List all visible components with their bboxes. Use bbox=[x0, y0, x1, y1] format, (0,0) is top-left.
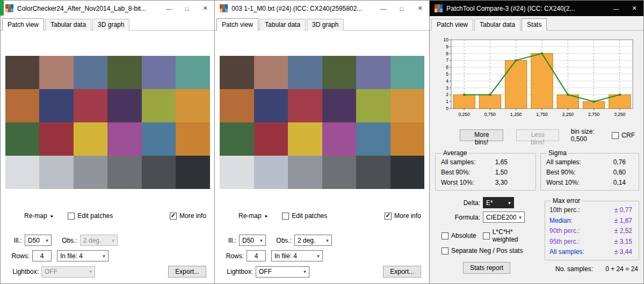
tab-patch-view[interactable]: Patch view bbox=[431, 19, 473, 31]
edit-patches-checkbox[interactable]: Edit patches bbox=[282, 212, 327, 220]
observer-select[interactable]: 2 deg. ▾ bbox=[294, 235, 332, 246]
remap-menu-button[interactable]: Re-map ▸ bbox=[24, 212, 53, 220]
color-patch[interactable] bbox=[356, 89, 390, 122]
stats-report-button[interactable]: Stats report bbox=[463, 262, 510, 274]
checkbox-box bbox=[442, 247, 448, 254]
color-patch[interactable] bbox=[107, 156, 142, 189]
minimize-button[interactable]: — bbox=[160, 1, 178, 16]
maximize-button[interactable]: □ bbox=[393, 1, 411, 16]
window-title: 003 1-1_M0.txt (#24) (ICC: CX240(2595802… bbox=[231, 5, 374, 12]
checkbox-label: More info bbox=[394, 212, 421, 220]
color-patch[interactable] bbox=[254, 122, 288, 156]
color-patch[interactable] bbox=[142, 56, 176, 89]
color-patch[interactable] bbox=[288, 156, 322, 189]
color-patch[interactable] bbox=[5, 89, 40, 122]
color-patch[interactable] bbox=[39, 56, 74, 89]
crf-checkbox[interactable]: CRF bbox=[612, 132, 635, 139]
export-button[interactable]: Export... bbox=[168, 266, 206, 278]
color-patch[interactable] bbox=[74, 156, 108, 189]
tab-3d-graph[interactable]: 3D graph bbox=[92, 19, 129, 31]
formula-label: Formula: bbox=[435, 214, 480, 221]
lch-weighted-checkbox[interactable]: L*C*H* weighted bbox=[483, 228, 540, 243]
color-patch[interactable] bbox=[254, 89, 288, 122]
color-patch[interactable] bbox=[39, 89, 74, 122]
color-patch[interactable] bbox=[220, 156, 254, 189]
remap-menu-button[interactable]: Re-map ▸ bbox=[238, 212, 267, 220]
more-info-checkbox[interactable]: ✓ More info bbox=[385, 212, 421, 220]
color-patch[interactable] bbox=[220, 122, 254, 156]
color-patch[interactable] bbox=[254, 56, 288, 89]
tab-tabular-data[interactable]: Tabular data bbox=[259, 19, 306, 31]
color-patch[interactable] bbox=[107, 56, 142, 89]
color-patch[interactable] bbox=[176, 56, 210, 89]
color-patch[interactable] bbox=[107, 122, 142, 156]
select-value: 2 deg. bbox=[295, 237, 323, 244]
rows-input[interactable] bbox=[32, 250, 52, 261]
no-samples-label: No. samples: bbox=[555, 265, 593, 273]
titlebar[interactable]: ColorChecker24_After_Nov2014_Lab_8-bit..… bbox=[1, 1, 214, 16]
color-patch[interactable] bbox=[356, 156, 390, 189]
color-patch[interactable] bbox=[74, 56, 108, 89]
color-patch[interactable] bbox=[288, 89, 322, 122]
formula-select[interactable]: CIEDE2000 ▾ bbox=[483, 212, 525, 223]
color-patch[interactable] bbox=[254, 156, 288, 189]
color-patch[interactable] bbox=[322, 156, 357, 189]
tab-stats[interactable]: Stats bbox=[522, 18, 547, 31]
maximize-button[interactable]: □ bbox=[178, 1, 196, 16]
color-patch[interactable] bbox=[322, 122, 357, 156]
delta-select[interactable]: E* ▾ bbox=[483, 197, 514, 208]
tab-3d-graph[interactable]: 3D graph bbox=[307, 19, 344, 31]
color-patch[interactable] bbox=[176, 156, 210, 189]
absolute-checkbox[interactable]: Absolute bbox=[442, 232, 476, 239]
svg-text:9: 9 bbox=[446, 44, 448, 49]
color-patch[interactable] bbox=[142, 89, 176, 122]
titlebar[interactable]: 003 1-1_M0.txt (#24) (ICC: CX240(2595802… bbox=[215, 1, 429, 16]
close-button[interactable]: ✕ bbox=[625, 1, 643, 16]
color-patch[interactable] bbox=[74, 122, 108, 156]
close-button[interactable]: ✕ bbox=[196, 1, 214, 16]
color-patch[interactable] bbox=[142, 156, 176, 189]
color-patch[interactable] bbox=[390, 122, 425, 156]
separate-neg-pos-checkbox[interactable]: Separate Neg / Pos stats bbox=[442, 247, 523, 254]
color-patch[interactable] bbox=[322, 89, 357, 122]
color-patch[interactable] bbox=[39, 122, 74, 156]
illuminant-select[interactable]: D50 ▾ bbox=[25, 235, 52, 246]
color-patch[interactable] bbox=[390, 156, 425, 189]
color-patch[interactable] bbox=[5, 122, 40, 156]
color-patch[interactable] bbox=[288, 122, 322, 156]
export-button[interactable]: Export... bbox=[383, 266, 421, 278]
color-patch[interactable] bbox=[356, 56, 390, 89]
color-patch[interactable] bbox=[390, 56, 425, 89]
color-patch[interactable] bbox=[142, 122, 176, 156]
close-button[interactable]: ✕ bbox=[411, 1, 429, 16]
color-patch[interactable] bbox=[5, 156, 40, 189]
illuminant-select[interactable]: D50 ▾ bbox=[239, 235, 266, 246]
app-icon-cell bbox=[225, 4, 228, 9]
tab-tabular-data[interactable]: Tabular data bbox=[474, 19, 520, 31]
titlebar[interactable]: PatchTool Compare-3 (#24) (ICC: CX240(2.… bbox=[430, 1, 643, 16]
color-patch[interactable] bbox=[220, 56, 254, 89]
edit-patches-checkbox[interactable]: Edit patches bbox=[68, 212, 113, 220]
lightbox-select[interactable]: OFF ▾ bbox=[256, 266, 309, 278]
color-patch[interactable] bbox=[176, 122, 210, 156]
color-patch[interactable] bbox=[74, 89, 108, 122]
minimize-button[interactable]: — bbox=[607, 1, 625, 16]
color-patch[interactable] bbox=[176, 89, 210, 122]
color-patch[interactable] bbox=[322, 56, 357, 89]
tab-tabular-data[interactable]: Tabular data bbox=[45, 19, 91, 31]
color-patch[interactable] bbox=[390, 89, 425, 122]
minimize-button[interactable]: — bbox=[374, 1, 393, 16]
tab-patch-view[interactable]: Patch view bbox=[216, 18, 258, 31]
color-patch[interactable] bbox=[39, 156, 74, 189]
in-file-select[interactable]: In file: 4 ▾ bbox=[57, 250, 108, 261]
color-patch[interactable] bbox=[5, 56, 40, 89]
rows-input[interactable] bbox=[247, 250, 266, 261]
more-bins-button[interactable]: More bins! bbox=[460, 129, 503, 141]
color-patch[interactable] bbox=[288, 56, 322, 89]
color-patch[interactable] bbox=[220, 89, 254, 122]
color-patch[interactable] bbox=[107, 89, 142, 122]
in-file-select[interactable]: In file: 4 ▾ bbox=[271, 250, 323, 261]
tab-patch-view[interactable]: Patch view bbox=[2, 18, 44, 31]
more-info-checkbox[interactable]: ✓ More info bbox=[170, 212, 206, 220]
color-patch[interactable] bbox=[356, 122, 390, 156]
